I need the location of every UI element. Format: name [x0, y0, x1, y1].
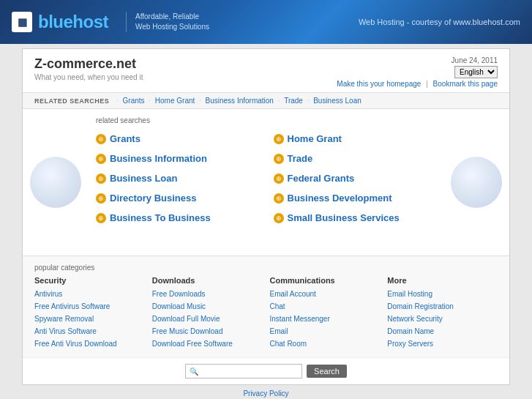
dot2: ·: [149, 97, 151, 104]
related-bar-item-1[interactable]: Home Grant: [155, 97, 195, 105]
result-icon-3: ⊕: [274, 154, 284, 164]
result-item-7: ⊕ Business Development: [274, 190, 437, 206]
link-chat-room[interactable]: Chat Room: [270, 338, 381, 350]
link-proxy-servers[interactable]: Proxy Servers: [387, 338, 498, 350]
decorative-circle-left: [30, 157, 81, 208]
logo-blue: blue: [38, 12, 72, 31]
site-title: Z-commerce.net: [34, 56, 143, 72]
header-promo: Web Hosting - courtesy of www.bluehost.c…: [359, 18, 520, 26]
link-download-free-software[interactable]: Download Free Software: [152, 338, 263, 350]
result-icon-4: ⊕: [96, 174, 106, 184]
decorative-circle-right: [451, 157, 502, 208]
link-download-music[interactable]: Download Music: [152, 300, 263, 313]
search-button[interactable]: Search: [307, 365, 347, 378]
result-link-trade[interactable]: Trade: [288, 153, 313, 164]
link-network-security[interactable]: Network Security: [387, 313, 498, 325]
result-link-home-grant[interactable]: Home Grant: [288, 133, 342, 144]
link-free-music-download[interactable]: Free Music Download: [152, 325, 263, 338]
logo-text: bluehost: [38, 12, 108, 32]
category-heading-downloads: Downloads: [152, 276, 263, 285]
result-icon-6: ⊕: [96, 193, 106, 204]
circle-left: [23, 116, 89, 248]
bookmark-link[interactable]: Bookmark this page: [433, 80, 498, 88]
related-bar-item-0[interactable]: Grants: [123, 97, 145, 105]
link-anti-virus-software[interactable]: Anti Virus Software: [34, 325, 145, 338]
result-item-5: ⊕ Federal Grants: [274, 170, 437, 187]
language-label: English: [454, 68, 498, 76]
site-header: Z-commerce.net What you need, when you n…: [23, 49, 509, 93]
link-free-antivirus[interactable]: Free Antivirus Software: [34, 300, 145, 313]
result-link-directory-business[interactable]: Directory Business: [110, 193, 197, 204]
link-email-account[interactable]: Email Account: [270, 288, 381, 300]
category-security: Security Antivirus Free Antivirus Softwa…: [34, 276, 145, 350]
result-icon-8: ⊕: [96, 213, 106, 223]
link-chat[interactable]: Chat: [270, 300, 381, 313]
result-link-business-to-business[interactable]: Business To Business: [110, 212, 211, 223]
result-icon-5: ⊕: [274, 174, 284, 184]
link-free-downloads[interactable]: Free Downloads: [152, 288, 263, 300]
header: ▦ bluehost Affordable, Reliable Web Host…: [0, 0, 532, 44]
result-link-grants[interactable]: Grants: [110, 133, 141, 144]
result-item-1: ⊕ Home Grant: [274, 130, 437, 147]
link-free-anti-virus-download[interactable]: Free Anti Virus Download: [34, 338, 145, 350]
link-antivirus[interactable]: Antivirus: [34, 288, 145, 300]
result-icon-0: ⊕: [96, 134, 106, 144]
language-select[interactable]: English: [454, 66, 498, 78]
result-icon-7: ⊕: [274, 193, 284, 204]
related-searches-label: related searches: [96, 116, 436, 124]
content-box: Z-commerce.net What you need, when you n…: [22, 48, 510, 385]
link-email[interactable]: Email: [270, 325, 381, 338]
result-item-9: ⊕ Small Business Services: [274, 209, 437, 226]
result-icon-1: ⊕: [274, 134, 284, 144]
link-download-full-movie[interactable]: Download Full Movie: [152, 313, 263, 325]
related-label: RELATED SEARCHES: [34, 97, 109, 105]
site-subtitle: What you need, when you need it: [34, 73, 143, 81]
related-bar-item-3[interactable]: Trade: [284, 97, 303, 105]
related-bar: RELATED SEARCHES · Grants · Home Grant ·…: [23, 93, 509, 109]
result-item-8: ⊕ Business To Business: [96, 209, 259, 226]
circle-right: [443, 116, 509, 248]
result-item-2: ⊕ Business Information: [96, 150, 259, 167]
category-downloads: Downloads Free Downloads Download Music …: [152, 276, 263, 350]
related-bar-item-2[interactable]: Business Information: [206, 97, 274, 105]
site-title-area: Z-commerce.net What you need, when you n…: [34, 56, 143, 81]
dot3: ·: [199, 97, 201, 104]
link-email-hosting[interactable]: Email Hosting: [387, 288, 498, 300]
privacy-link[interactable]: Privacy Policy: [243, 389, 288, 398]
dot5: ·: [307, 97, 309, 104]
tagline-line1: Affordable, Reliable: [135, 12, 199, 20]
main-wrapper: Z-commerce.net What you need, when you n…: [0, 44, 532, 399]
search-input[interactable]: [185, 364, 302, 379]
search-input-wrapper: 🔍: [185, 364, 302, 379]
link-instant-messenger[interactable]: Instant Messenger: [270, 313, 381, 325]
link-domain-name[interactable]: Domain Name: [387, 325, 498, 338]
dot1: ·: [116, 97, 118, 104]
privacy-footer: Privacy Policy: [22, 385, 510, 399]
logo-icon: ▦: [12, 12, 32, 32]
related-bar-item-4[interactable]: Business Loan: [313, 97, 361, 105]
category-heading-communications: Communications: [270, 276, 381, 285]
popular-label: popular categories: [34, 264, 498, 272]
result-link-business-loan[interactable]: Business Loan: [110, 173, 177, 184]
divider: |: [426, 80, 428, 88]
result-link-business-development[interactable]: Business Development: [288, 193, 392, 204]
category-communications: Communications Email Account Chat Instan…: [270, 276, 381, 350]
dot4: ·: [278, 97, 280, 104]
homepage-link[interactable]: Make this your homepage: [337, 80, 421, 88]
categories-grid: Security Antivirus Free Antivirus Softwa…: [34, 276, 498, 350]
result-link-business-info[interactable]: Business Information: [110, 153, 207, 164]
search-area: related searches ⊕ Grants ⊕ Home Grant ⊕…: [23, 109, 509, 256]
popular-section: popular categories Security Antivirus Fr…: [23, 256, 509, 357]
link-spyware[interactable]: Spyware Removal: [34, 313, 145, 325]
logo: ▦ bluehost Affordable, Reliable Web Host…: [12, 12, 209, 32]
result-item-0: ⊕ Grants: [96, 130, 259, 147]
result-link-small-business[interactable]: Small Business Services: [288, 212, 400, 223]
logo-host: host: [72, 12, 108, 31]
search-icon: 🔍: [190, 368, 198, 376]
link-domain-registration[interactable]: Domain Registration: [387, 300, 498, 313]
result-icon-9: ⊕: [274, 213, 284, 223]
results-grid: ⊕ Grants ⊕ Home Grant ⊕ Business Informa…: [96, 130, 436, 226]
result-link-federal-grants[interactable]: Federal Grants: [288, 173, 355, 184]
header-tagline: Affordable, Reliable Web Hosting Solutio…: [126, 12, 209, 32]
site-links: Make this your homepage | Bookmark this …: [337, 80, 498, 88]
